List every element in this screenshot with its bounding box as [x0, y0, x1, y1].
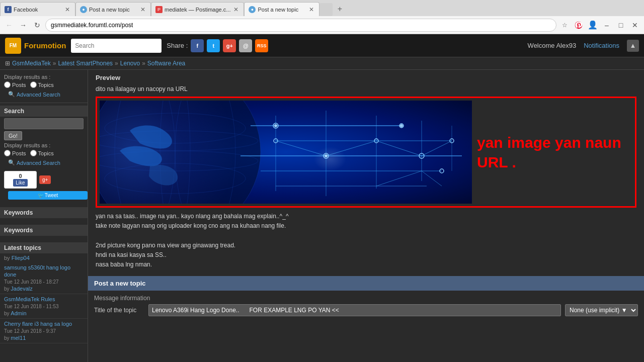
topics-radio2[interactable] — [30, 150, 37, 156]
tab-title-post2: Post a new topic — [258, 7, 306, 13]
topic-form-row: Title of the topic None (use implicit) ▼ — [94, 304, 638, 316]
sidebar-search-button[interactable]: Go! — [4, 131, 22, 140]
tab-facebook[interactable]: f Facebook ✕ — [0, 2, 75, 16]
bookmark-star-icon[interactable]: ☆ — [558, 19, 571, 31]
fb-like-button[interactable]: Like — [13, 179, 27, 187]
account-icon[interactable]: 👤 — [587, 19, 599, 31]
topic-title-link-0[interactable]: samsung s5360t hang logo done — [4, 264, 70, 278]
topic-item-0: samsung s5360t hang logo done Tue 12 Jun… — [0, 262, 88, 294]
notifications-link[interactable]: Notifications — [584, 42, 619, 49]
forward-button[interactable]: → — [17, 19, 29, 31]
topic-title-label: Title of the topic — [94, 307, 144, 314]
body-text-line3: 2nd picture kong pano ma view ang ginawa… — [96, 241, 636, 250]
minimize-button[interactable]: – — [601, 19, 613, 31]
share-rss-button[interactable]: RSS — [255, 39, 268, 52]
topic-by-user-link-1[interactable]: Admin — [11, 310, 26, 316]
address-bar-input[interactable] — [45, 19, 556, 32]
body-text-line5: nasa baba lng nman. — [96, 260, 636, 269]
share-facebook-button[interactable]: f — [191, 39, 204, 52]
posts-radio[interactable] — [4, 81, 11, 88]
advanced-search-link-2[interactable]: 🔍 Advanced Search — [4, 158, 84, 167]
preview-image-box: yan image yan naun URL . — [96, 97, 636, 208]
posts-radio2[interactable] — [4, 150, 11, 156]
latest-topics-title: Latest topics — [0, 242, 88, 253]
tweet-button[interactable]: 🐦 Tweet — [8, 191, 88, 200]
topic-by-2: by mel11 — [4, 335, 26, 341]
fb-like-box: 0 Like — [4, 171, 37, 189]
nav-search-input[interactable] — [71, 39, 162, 53]
red-text-overlay: yan image yan naun URL . — [477, 133, 623, 172]
body-text-line4: hndi na kasi kasya sa SS.. — [96, 250, 636, 260]
tab-close-postimage[interactable]: ✕ — [232, 6, 239, 14]
tab-post2[interactable]: ● Post a new topic ✕ — [244, 2, 319, 16]
main-layout: Display results as : Posts Topics 🔍 Adva… — [0, 70, 644, 362]
tab-postimage[interactable]: P mediatek — Postimage.c... ✕ — [151, 2, 244, 16]
magnifier-icon2: 🔍 — [8, 159, 15, 166]
maximize-button[interactable]: □ — [615, 19, 627, 31]
nav-search-wrapper — [71, 39, 162, 53]
breadcrumb-gsmmediatek[interactable]: GsmMediaTek — [12, 60, 51, 67]
topic-by-user-link-0[interactable]: Jadevalz — [11, 286, 32, 292]
preview-section: Preview dito na ilalagay un nacopy na UR… — [88, 70, 644, 274]
topics-radio[interactable] — [30, 81, 37, 88]
browser-chrome: f Facebook ✕ ● Post a new topic ✕ P medi… — [0, 0, 644, 34]
tab-close-post1[interactable]: ✕ — [139, 6, 146, 14]
svg-point-35 — [400, 124, 403, 127]
share-label: Share : — [167, 42, 188, 49]
posts-radio-label2[interactable]: Posts — [4, 150, 26, 156]
keywords-title-1: Keywords — [0, 207, 88, 218]
topic-date-2: Tue 12 Jun 2018 - 9:37 — [4, 328, 56, 334]
share-email-button[interactable]: @ — [239, 39, 252, 52]
topic-by-1: by Admin — [4, 311, 27, 316]
site-name: Forumotion — [24, 41, 66, 50]
topic-title-link-1[interactable]: GsmMediaTek Rules — [4, 296, 55, 302]
tab-title-post1: Post a new topic — [89, 7, 137, 13]
topic-title-input[interactable] — [148, 304, 561, 316]
tab-bar: f Facebook ✕ ● Post a new topic ✕ P medi… — [0, 0, 644, 16]
scroll-up-button[interactable]: ▲ — [627, 40, 639, 52]
pinterest-icon[interactable] — [573, 19, 585, 31]
new-tab-button[interactable]: + — [333, 2, 347, 16]
keywords-content-1 — [0, 218, 88, 222]
share-gplus-button[interactable]: g+ — [223, 39, 236, 52]
tab-favicon-facebook: f — [5, 6, 12, 13]
topics-radio-label[interactable]: Topics — [30, 81, 54, 88]
tab-close-post2[interactable]: ✕ — [308, 6, 315, 14]
reload-button[interactable]: ↻ — [31, 19, 43, 31]
topics-radio-label2[interactable]: Topics — [30, 150, 54, 156]
topic-title-link-2[interactable]: Cherry flare i3 hang sa logo — [4, 321, 72, 327]
breadcrumb-software-area[interactable]: Software Area — [147, 60, 185, 67]
display-radio-group2: Posts Topics — [4, 150, 84, 156]
sidebar-social-row: 0 Like g+ — [0, 168, 88, 191]
gplus-button[interactable]: g+ — [39, 175, 51, 184]
breadcrumb-lenovo[interactable]: Lenovo — [120, 60, 140, 67]
display-radio-group: Posts Topics — [4, 81, 84, 88]
posts-radio-label[interactable]: Posts — [4, 81, 26, 88]
topic-by-user-link-2[interactable]: mel11 — [11, 335, 26, 341]
fb-like-count: 0 — [19, 173, 22, 179]
search-section-title: Search — [0, 106, 88, 117]
topic-prefix-select[interactable]: None (use implicit) ▼ — [565, 304, 638, 316]
topic-date-0: Tue 12 Jun 2018 - 18:27 — [4, 279, 59, 285]
preview-title: Preview — [96, 74, 636, 81]
sidebar-search-input[interactable] — [4, 118, 84, 129]
magnifier-icon: 🔍 — [8, 91, 15, 98]
breadcrumb-latest-smartphones[interactable]: Latest SmartPhones — [58, 60, 113, 67]
tab-post1[interactable]: ● Post a new topic ✕ — [75, 2, 151, 16]
tweet-btn-wrapper: 🐦 Tweet — [0, 191, 88, 205]
content-area: Preview dito na ilalagay un nacopy na UR… — [88, 70, 644, 362]
back-button[interactable]: ← — [3, 19, 15, 31]
topic-item-2: Cherry flare i3 hang sa logo Tue 12 Jun … — [0, 319, 88, 343]
tab-title-facebook: Facebook — [14, 7, 62, 13]
tab-close-facebook[interactable]: ✕ — [64, 6, 71, 14]
advanced-search-link-1[interactable]: 🔍 Advanced Search — [4, 90, 84, 99]
svg-point-38 — [286, 126, 366, 186]
breadcrumb-icon: ⊞ — [5, 60, 10, 67]
gplus-icon: g+ — [42, 177, 48, 183]
twitter-bird-icon: 🐦 — [38, 193, 44, 198]
close-window-button[interactable]: ✕ — [629, 19, 641, 31]
share-twitter-button[interactable]: t — [207, 39, 220, 52]
tab-favicon-postimage: P — [155, 6, 163, 13]
forumotion-logo-icon: FM — [5, 38, 21, 54]
latest-by-user-link[interactable]: Fliep04 — [12, 255, 30, 261]
